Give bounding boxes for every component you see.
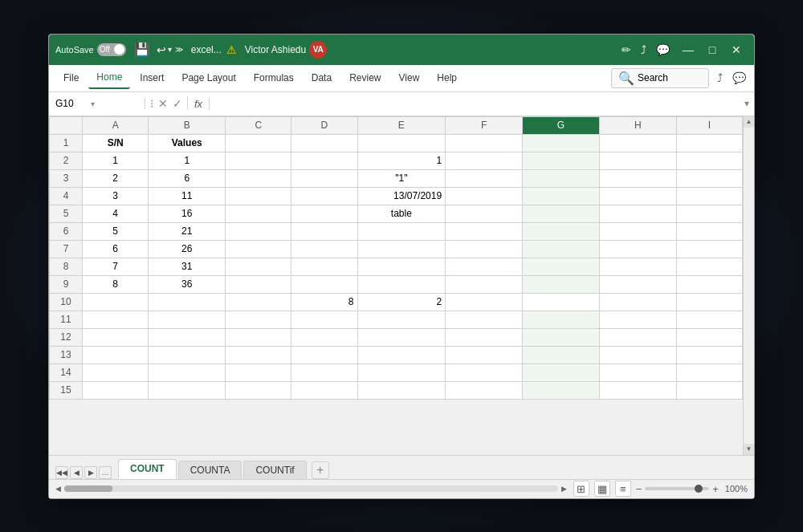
cell-C8[interactable] [226,258,291,275]
cell-D9[interactable] [291,275,357,293]
scroll-down-arrow[interactable]: ▼ [744,444,755,455]
cell-G11[interactable] [522,311,599,328]
cell-A11[interactable] [83,311,149,328]
cell-F3[interactable] [446,169,523,187]
cell-H12[interactable] [599,328,676,346]
cell-I13[interactable] [676,346,742,363]
cell-D11[interactable] [291,311,357,328]
minimize-button[interactable]: — [677,41,699,59]
col-header-h[interactable]: H [599,116,676,134]
cell-I9[interactable] [676,275,742,293]
cell-E7[interactable] [357,240,446,258]
cell-G2[interactable] [522,152,599,169]
col-header-e[interactable]: E [357,116,446,134]
cell-D6[interactable] [291,222,357,240]
cell-H13[interactable] [599,346,676,363]
cell-A6[interactable]: 5 [83,222,149,240]
cell-H2[interactable] [599,152,676,169]
tab-help[interactable]: Help [429,67,465,88]
add-sheet-button[interactable]: + [312,461,329,479]
cell-G6[interactable] [522,222,599,240]
cell-H10[interactable] [599,293,676,311]
hscroll-right[interactable]: ▶ [561,485,567,493]
cell-E3[interactable]: "1" [357,169,446,187]
cell-E9[interactable] [357,275,446,293]
cell-D5[interactable] [291,205,357,222]
cell-F13[interactable] [446,346,523,363]
normal-view-button[interactable]: ⊞ [573,481,589,497]
tab-data[interactable]: Data [304,67,340,88]
cell-H9[interactable] [599,275,676,293]
hscroll-thumb[interactable] [64,485,112,492]
row-header-4[interactable]: 4 [50,187,83,205]
share-icon[interactable]: ⤴ [641,43,646,56]
col-header-f[interactable]: F [446,116,523,134]
cell-I6[interactable] [676,222,742,240]
cell-E14[interactable] [357,363,446,381]
cell-C2[interactable] [226,152,291,169]
cell-F10[interactable] [446,293,523,311]
cell-A8[interactable]: 7 [83,258,149,275]
undo-icon[interactable]: ↩ [157,43,166,56]
cell-H8[interactable] [599,258,676,275]
cell-B13[interactable] [149,346,226,363]
cell-G5[interactable] [522,205,599,222]
col-header-b[interactable]: B [149,116,226,134]
col-header-c[interactable]: C [226,116,291,134]
cell-B10[interactable] [149,293,226,311]
cell-A9[interactable]: 8 [83,275,149,293]
more-icon[interactable]: ≫ [175,45,183,54]
row-header-7[interactable]: 7 [50,240,83,258]
zoom-minus-button[interactable]: − [636,483,642,495]
sheet-tab-counta[interactable]: COUNTA [178,461,243,479]
cell-H3[interactable] [599,169,676,187]
tab-insert[interactable]: Insert [132,67,172,88]
cell-B15[interactable] [149,381,226,399]
row-header-11[interactable]: 11 [50,311,83,328]
cell-C6[interactable] [226,222,291,240]
cell-F8[interactable] [446,258,523,275]
cell-F4[interactable] [446,187,523,205]
cell-F1[interactable] [446,134,523,152]
cell-D2[interactable] [291,152,357,169]
cell-A13[interactable] [83,346,149,363]
zoom-plus-button[interactable]: + [712,483,719,495]
cell-A14[interactable] [83,363,149,381]
tab-formulas[interactable]: Formulas [246,67,302,88]
cell-B12[interactable] [149,328,226,346]
cell-E13[interactable] [357,346,446,363]
cell-C15[interactable] [226,381,291,399]
cell-I12[interactable] [676,328,742,346]
cell-F5[interactable] [446,205,523,222]
cell-I7[interactable] [676,240,742,258]
cell-I1[interactable] [676,134,742,152]
cell-D13[interactable] [291,346,357,363]
cell-H6[interactable] [599,222,676,240]
cell-B6[interactable]: 21 [149,222,226,240]
cell-F7[interactable] [446,240,523,258]
cell-F12[interactable] [446,328,523,346]
search-input[interactable] [638,72,702,83]
cell-I2[interactable] [676,152,742,169]
cell-B4[interactable]: 11 [149,187,226,205]
row-header-15[interactable]: 15 [50,381,83,399]
cell-F9[interactable] [446,275,523,293]
cell-H4[interactable] [599,187,676,205]
cell-G1[interactable] [522,134,599,152]
sheet-nav-prev[interactable]: ◀ [70,466,83,479]
cell-C9[interactable] [226,275,291,293]
tab-page-layout[interactable]: Page Layout [173,67,243,88]
cell-ref-dropdown-icon[interactable]: ▾ [91,99,95,108]
row-header-1[interactable]: 1 [50,134,83,152]
col-header-g[interactable]: G [522,116,599,134]
autosave-toggle-group[interactable]: AutoSave Off [55,43,126,56]
cell-B14[interactable] [149,363,226,381]
cell-F14[interactable] [446,363,523,381]
cell-D8[interactable] [291,258,357,275]
cell-I8[interactable] [676,258,742,275]
pen-icon[interactable]: ✏ [622,43,631,56]
cell-C13[interactable] [226,346,291,363]
cancel-icon[interactable]: ✕ [158,97,168,110]
vertical-scrollbar[interactable]: ▲ ▼ [743,116,754,455]
cell-B8[interactable]: 31 [149,258,226,275]
